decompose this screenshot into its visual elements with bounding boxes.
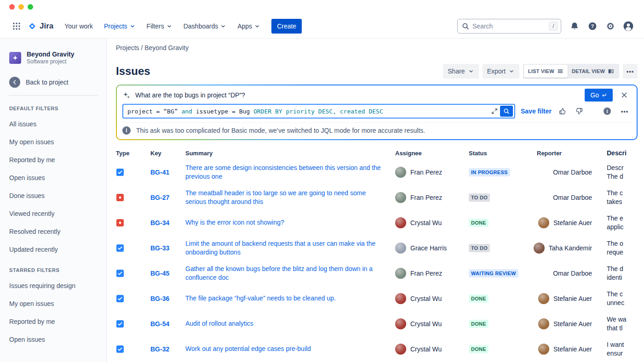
nav-item-dashboards[interactable]: Dashboards xyxy=(179,20,231,33)
back-to-project-button[interactable]: Back to project xyxy=(0,73,106,91)
list-view-label: LIST VIEW xyxy=(528,68,554,74)
jql-input[interactable]: project = “BG” and issuetype = Bug ORDER… xyxy=(122,104,515,119)
description-line: applic xyxy=(607,223,638,232)
notifications-icon[interactable] xyxy=(567,19,582,34)
issue-key-link[interactable]: BG-36 xyxy=(150,295,169,302)
close-window-button[interactable] xyxy=(9,4,15,10)
sidebar-item-my-open-issues[interactable]: My open issues xyxy=(0,133,106,151)
issue-summary-link[interactable]: Why is the error icon not showing? xyxy=(185,218,395,227)
issue-summary-link[interactable]: Gather all the known bugs before the bli… xyxy=(185,265,395,282)
export-button[interactable]: Export xyxy=(483,64,519,79)
jql-segment: issuetype = Bug xyxy=(196,108,253,115)
nav-item-label: Dashboards xyxy=(184,23,218,30)
thumbs-up-button[interactable] xyxy=(557,106,568,117)
issue-key-link[interactable]: BG-33 xyxy=(150,244,169,252)
help-icon[interactable]: ? xyxy=(585,19,600,34)
expand-icon[interactable] xyxy=(489,106,500,117)
search-icon xyxy=(462,23,469,30)
assignee-cell: Crystal Wu xyxy=(395,318,469,329)
nav-item-your-work[interactable]: Your work xyxy=(60,20,98,33)
issue-key-link[interactable]: BG-41 xyxy=(150,169,169,176)
table-row: BG-36The file package “hgf-value” needs … xyxy=(116,286,638,311)
issue-key-link[interactable]: BG-54 xyxy=(150,320,169,328)
description-line: Descr xyxy=(607,164,638,172)
issue-summary-link[interactable]: Limit the amount of backend requests tha… xyxy=(185,239,395,257)
project-sidebar: Beyond Gravity Software project Back to … xyxy=(0,39,107,362)
column-header-type: Type xyxy=(116,150,150,157)
nav-right-cluster: / ? xyxy=(457,19,636,34)
search-box[interactable]: / xyxy=(457,19,561,34)
ai-query-panel: What are the top bugs in project “DP”? G… xyxy=(116,85,638,140)
sidebar-item-viewed-recently[interactable]: Viewed recently xyxy=(0,204,106,222)
ai-close-button[interactable] xyxy=(617,88,631,102)
assignee-cell: Grace Harris xyxy=(395,243,469,254)
svg-text:?: ? xyxy=(591,23,594,28)
reporter-cell: Omar Darboe xyxy=(537,270,599,277)
nav-item-filters[interactable]: Filters xyxy=(142,20,177,33)
sidebar-item-reported-by-me[interactable]: Reported by me xyxy=(0,312,106,330)
reporter-name: Stefanie Auer xyxy=(553,295,592,302)
jql-info-icon[interactable]: i xyxy=(602,106,613,117)
profile-avatar-icon[interactable] xyxy=(621,19,636,34)
sidebar-item-done-issues[interactable]: Done issues xyxy=(0,187,106,204)
sidebar-item-all-issues[interactable]: All issues xyxy=(0,115,106,133)
status-cell: DONE xyxy=(469,218,537,227)
jql-more-button[interactable]: ••• xyxy=(618,106,631,117)
jql-segment: and xyxy=(181,108,196,115)
search-input[interactable] xyxy=(472,23,546,30)
zoom-window-button[interactable] xyxy=(28,4,33,10)
issue-key-link[interactable]: BG-34 xyxy=(150,219,169,226)
ai-question-text[interactable]: What are the top bugs in project “DP”? xyxy=(135,91,580,99)
minimize-window-button[interactable] xyxy=(18,4,24,10)
nav-item-apps[interactable]: Apps xyxy=(233,20,265,33)
go-button[interactable]: Go ↵ xyxy=(585,89,613,102)
sidebar-item-updated-recently[interactable]: Updated recently xyxy=(0,240,106,258)
table-row: BG-32Work out any potential edge cases p… xyxy=(116,336,638,362)
issue-type-cell xyxy=(116,345,150,353)
jql-search-button[interactable] xyxy=(500,106,513,117)
save-filter-link[interactable]: Save filter xyxy=(521,107,552,115)
issue-summary-link[interactable]: Work out any potential edge cases pre-bu… xyxy=(185,345,395,353)
settings-icon[interactable] xyxy=(603,19,618,34)
page-more-button[interactable]: ••• xyxy=(623,64,638,79)
issue-summary-link[interactable]: There are some design inconsistencies be… xyxy=(185,164,395,181)
issue-key-link[interactable]: BG-45 xyxy=(150,270,169,277)
issue-key-link[interactable]: BG-32 xyxy=(150,345,169,353)
thumbs-down-button[interactable] xyxy=(574,106,585,117)
app-switcher-icon[interactable] xyxy=(9,19,24,34)
bug-icon xyxy=(116,194,124,201)
chevron-down-icon xyxy=(254,23,260,29)
sidebar-item-open-issues[interactable]: Open issues xyxy=(0,330,106,348)
sidebar-item-open-issues[interactable]: Open issues xyxy=(0,169,106,187)
column-header-assignee: Assignee xyxy=(395,150,469,157)
description-line: ensur xyxy=(607,349,638,358)
issue-type-cell xyxy=(116,295,150,302)
issue-summary-cell: Why is the error icon not showing? xyxy=(185,218,395,227)
detail-view-button[interactable]: DETAIL VIEW xyxy=(568,65,618,78)
issue-summary-link[interactable]: The meatball header is too large so we a… xyxy=(185,189,395,206)
issue-key-link[interactable]: BG-27 xyxy=(150,194,169,201)
sidebar-item-issues-requiring-design[interactable]: Issues requiring design xyxy=(0,277,106,294)
jira-logo[interactable]: Jira xyxy=(25,22,59,31)
issue-type-cell xyxy=(116,219,150,226)
assignee-avatar xyxy=(395,293,406,304)
sidebar-item-reported-by-me[interactable]: Reported by me xyxy=(0,151,106,169)
bug-icon xyxy=(116,219,124,226)
jira-window: Jira Your workProjectsFiltersDashboardsA… xyxy=(0,0,644,362)
breadcrumb[interactable]: Projects / Beyond Gravity xyxy=(116,44,638,51)
assignee-cell: Crystal Wu xyxy=(395,293,469,304)
sidebar-item-resolved-recently[interactable]: Resolved recently xyxy=(0,222,106,240)
list-view-button[interactable]: LIST VIEW xyxy=(524,65,568,78)
status-badge: DONE xyxy=(469,345,489,353)
issue-key-cell: BG-27 xyxy=(150,193,185,202)
go-label: Go xyxy=(590,91,599,99)
nav-item-projects[interactable]: Projects xyxy=(99,20,140,33)
detail-view-icon xyxy=(608,68,614,74)
create-button[interactable]: Create xyxy=(271,19,302,34)
assignee-avatar xyxy=(395,192,406,203)
issue-summary-link[interactable]: Audit of rollout analytics xyxy=(185,319,395,328)
sidebar-item-my-open-issues[interactable]: My open issues xyxy=(0,294,106,312)
issue-summary-link[interactable]: The file package “hgf-value” needs to be… xyxy=(185,294,395,303)
table-row: BG-27The meatball header is too large so… xyxy=(116,185,638,210)
share-button[interactable]: Share xyxy=(443,64,478,79)
